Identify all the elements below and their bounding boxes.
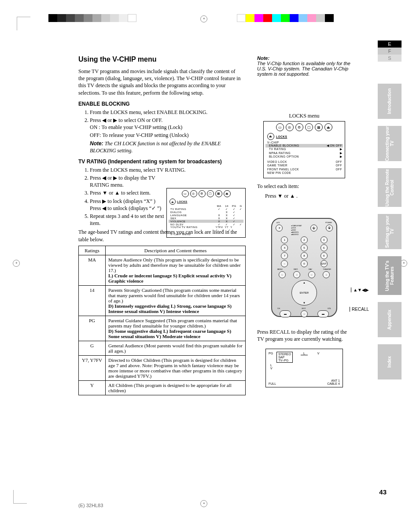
enable-on: ON : To enable your V-CHIP setting (Lock… (90, 124, 246, 131)
setup-icon: ⚙ (295, 123, 303, 131)
tvrating-step-5: Repeat steps 3 and 4 to set the next ite… (90, 213, 173, 227)
tv-rating-menu-screenshot: ▭◎⚙▢▦⏏ ⏏ LOCKS MA14PGGTV RATING✓✓✓✓DIALO… (166, 188, 246, 238)
tab-remote: Using the Remote Control (378, 168, 402, 207)
lock-badge-icon: ⏏ (267, 133, 274, 140)
select-item-text: To select each item: (257, 183, 351, 190)
enable-note: Note: The CH LOCK function is not affect… (90, 140, 246, 154)
lock-icon: ⏏ (324, 123, 332, 131)
right-note: Note: The V-Chip function is available o… (257, 55, 351, 77)
enable-off: OFF: To release your V-CHIP setting (Unl… (90, 132, 246, 139)
tab-setting-up: Setting up your TV (378, 214, 402, 249)
grid-icon: ▦ (315, 123, 323, 131)
tab-appendix: Appendix (378, 302, 402, 337)
tv-icon: ▭ (276, 123, 284, 131)
footer-code: (E) 32HL83 (78, 503, 103, 508)
tab-features: Using the TV's Features (378, 256, 402, 295)
tab-index: Index (378, 344, 402, 379)
print-color-bar-gray (48, 14, 136, 22)
page-number: 43 (379, 488, 387, 496)
tab-connecting: Connecting your TV (378, 126, 402, 161)
audio-icon: ◎ (286, 123, 294, 131)
lang-f: F (378, 48, 402, 55)
intro-text: Some TV programs and movies include sign… (78, 68, 241, 96)
tab-introduction: Introduction (378, 84, 402, 119)
pip-icon: ▢ (305, 123, 313, 131)
tvrating-step-2: Press ◀ or ▶ to display the TV RATING me… (90, 174, 173, 188)
lang-e: E (378, 41, 402, 48)
enable-step-2: Press ◀ or ▶ to select ON or OFF. ON : T… (90, 117, 246, 154)
tvrating-step-1: From the LOCKS menu, select TV RATING. (90, 166, 246, 173)
remote-control-illustration: ●TVPOWER ☀●CABLE/SAT●VCR●DVD●AUDIO1●AUDI… (271, 218, 337, 317)
page-title: Using the V-CHIP menu (78, 55, 246, 63)
locks-menu-screenshot: ▭ ◎ ⚙ ▢ ▦ ⏏ ⏏ LOCKS V–CHIP ENABLE BLOCKI… (263, 121, 345, 178)
remote-recall-label: RECALL (350, 307, 369, 312)
ratings-table: RatingsDescription and Content themes MA… (78, 246, 246, 395)
tvrating-heading: TV RATING (Independent rating system for… (78, 158, 246, 165)
print-color-bar-color (237, 14, 334, 22)
locks-menu-caption: LOCKS menu (257, 113, 351, 119)
remote-arrows-label: ▲▼◀▶ (351, 287, 369, 292)
press-recall-text: Press RECALL to display the rating of th… (257, 328, 351, 343)
section-tabs: Introduction Connecting your TV Using th… (378, 84, 402, 387)
language-tabs: E F S (378, 41, 402, 62)
enable-heading: ENABLE BLOCKING (78, 101, 246, 107)
rating-osd-screenshot: PG STEREO SAP TV–PG L V L V (265, 349, 343, 387)
select-press-text: Press ▼ or ▲ . (265, 192, 351, 199)
lang-s: S (378, 55, 402, 62)
enable-step-1: From the LOCKS menu, select ENABLE BLOCK… (90, 109, 246, 116)
